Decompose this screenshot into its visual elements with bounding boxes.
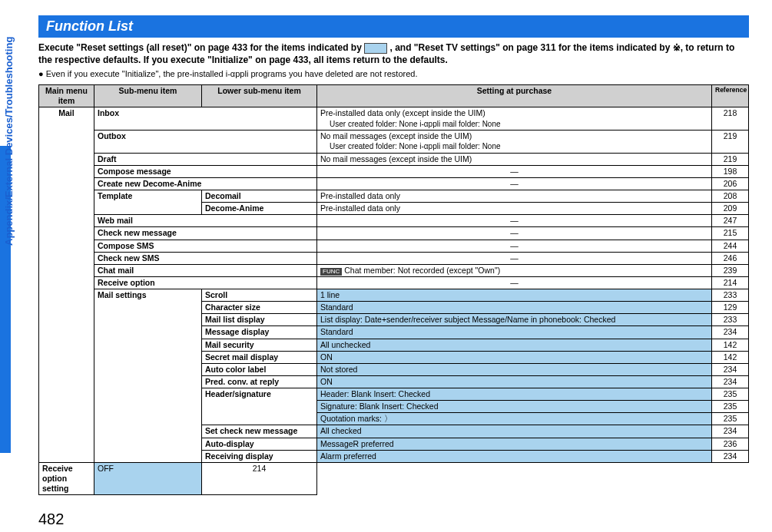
setting-quotation: Quotation marks: 〉 xyxy=(317,413,712,425)
ref-receive-option: 214 xyxy=(712,276,749,289)
low-recvdisplay: Receiving display xyxy=(202,450,317,462)
low-predconv: Pred. conv. at reply xyxy=(202,375,317,388)
ref-compose: 198 xyxy=(712,165,749,177)
setting-receive-option: ― xyxy=(317,276,712,289)
table-header-row: Main menu item Sub-menu item Lower sub-m… xyxy=(39,85,749,107)
table-row: Compose message ― 198 xyxy=(39,165,749,177)
setting-webmail: ― xyxy=(317,215,712,227)
ref-composesms: 244 xyxy=(712,240,749,252)
ref-decome: 206 xyxy=(712,177,749,190)
setting-signature: Signature: Blank Insert: Checked xyxy=(317,401,712,413)
table-row: Receive option setting OFF 214 xyxy=(39,462,749,494)
low-recvoptset: Receive option setting xyxy=(39,462,94,494)
ref-outbox: 219 xyxy=(712,131,749,154)
setting-chat-text: Chat member: Not recorded (except "Own") xyxy=(344,266,500,275)
table-row: Web mail ― 247 xyxy=(39,215,749,227)
ref-mailsecurity: 142 xyxy=(712,339,749,351)
ref-scroll: 233 xyxy=(712,289,749,302)
ref-recvdisplay: 234 xyxy=(712,450,749,462)
setting-inbox-line2: User created folder: None i-αppli mail f… xyxy=(320,120,501,128)
table-row: Compose SMS ― 244 xyxy=(39,240,749,252)
setting-composesms: ― xyxy=(317,240,712,252)
func-badge: FUNC xyxy=(320,268,342,276)
setting-decome-anime: Pre-installed data only xyxy=(317,203,712,215)
setting-maillist: List display: Date+sender/receiver subje… xyxy=(317,314,712,326)
ref-setchecknew: 234 xyxy=(712,425,749,438)
ref-msgdisplay: 234 xyxy=(712,326,749,339)
ref-charsize: 129 xyxy=(712,302,749,314)
low-secretmail: Secret mail display xyxy=(202,351,317,363)
low-setchecknew: Set check new message xyxy=(202,425,317,438)
setting-charsize: Standard xyxy=(317,302,712,314)
sub-outbox: Outbox xyxy=(94,131,317,154)
low-autocolor: Auto color label xyxy=(202,363,317,375)
setting-scroll: 1 line xyxy=(317,289,712,302)
sub-decome: Create new Decome-Anime xyxy=(94,177,317,190)
ref-chatmail: 239 xyxy=(712,264,749,276)
table-row: Check new message ― 215 xyxy=(39,227,749,240)
low-decome-anime: Decome-Anime xyxy=(202,203,317,215)
ref-secretmail: 142 xyxy=(712,351,749,363)
setting-decome: ― xyxy=(317,177,712,190)
sub-composesms: Compose SMS xyxy=(94,240,317,252)
header-main: Main menu item xyxy=(39,85,94,107)
ref-recvoptset: 214 xyxy=(202,462,317,494)
low-maillist: Mail list display xyxy=(202,314,317,326)
page-number: 482 xyxy=(38,511,749,528)
setting-chatmail: FUNCChat member: Not recorded (except "O… xyxy=(317,264,712,276)
table-row: Outbox No mail messages (except inside t… xyxy=(39,131,749,154)
table-row: Draft No mail messages (except inside th… xyxy=(39,153,749,165)
table-row: Create new Decome-Anime ― 206 xyxy=(39,177,749,190)
ref-inbox: 218 xyxy=(712,107,749,131)
ref-signature: 235 xyxy=(712,401,749,413)
header-setting: Setting at purchase xyxy=(317,85,712,107)
setting-checknew: ― xyxy=(317,227,712,240)
setting-secretmail: ON xyxy=(317,351,712,363)
table-row: Receive option ― 214 xyxy=(39,276,749,289)
low-headersig: Header/signature xyxy=(202,388,317,425)
ref-header: 235 xyxy=(712,388,749,401)
sub-draft: Draft xyxy=(94,153,317,165)
low-msgdisplay: Message display xyxy=(202,326,317,339)
low-scroll: Scroll xyxy=(202,289,317,302)
setting-predconv: ON xyxy=(317,375,712,388)
ref-checksms: 246 xyxy=(712,252,749,264)
setting-inbox: Pre-installed data only (except inside t… xyxy=(317,107,712,131)
setting-compose: ― xyxy=(317,165,712,177)
ref-quotation: 235 xyxy=(712,413,749,425)
low-charsize: Character size xyxy=(202,302,317,314)
highlight-box-indicator xyxy=(364,43,387,54)
table-row: Mail Inbox Pre-installed data only (exce… xyxy=(39,107,749,131)
sub-checknew: Check new message xyxy=(94,227,317,240)
sub-mail-settings: Mail settings xyxy=(94,289,202,463)
ref-autodisplay: 236 xyxy=(712,438,749,450)
ref-decome-anime: 209 xyxy=(712,203,749,215)
header-reference: Reference xyxy=(712,85,749,107)
sub-template: Template xyxy=(94,190,202,215)
setting-draft: No mail messages (except inside the UIM) xyxy=(317,153,712,165)
low-decomail: Decomail xyxy=(202,190,317,203)
table-row: Template Decomail Pre-installed data onl… xyxy=(39,190,749,203)
ref-checknew: 215 xyxy=(712,227,749,240)
setting-header: Header: Blank Insert: Checked xyxy=(317,388,712,401)
header-low: Lower sub-menu item xyxy=(202,85,317,107)
setting-outbox: No mail messages (except inside the UIM)… xyxy=(317,131,712,154)
ref-autocolor: 234 xyxy=(712,363,749,375)
setting-setchecknew: All checked xyxy=(317,425,712,438)
sub-inbox: Inbox xyxy=(94,107,317,131)
sub-checksms: Check new SMS xyxy=(94,252,317,264)
table-row: Check new SMS ― 246 xyxy=(39,252,749,264)
setting-autodisplay: MessageR preferred xyxy=(317,438,712,450)
main-item-mail: Mail xyxy=(39,107,94,462)
low-autodisplay: Auto-display xyxy=(202,438,317,450)
setting-decomail: Pre-installed data only xyxy=(317,190,712,203)
setting-msgdisplay: Standard xyxy=(317,326,712,339)
ref-decomail: 208 xyxy=(712,190,749,203)
sub-receive-option: Receive option xyxy=(94,276,317,289)
page-title: Function List xyxy=(38,15,749,38)
low-mailsecurity: Mail security xyxy=(202,339,317,351)
ref-predconv: 234 xyxy=(712,375,749,388)
setting-mailsecurity: All unchecked xyxy=(317,339,712,351)
ref-draft: 219 xyxy=(712,153,749,165)
side-section-label: Appendix/External Devices/Troubleshootin… xyxy=(3,37,15,246)
